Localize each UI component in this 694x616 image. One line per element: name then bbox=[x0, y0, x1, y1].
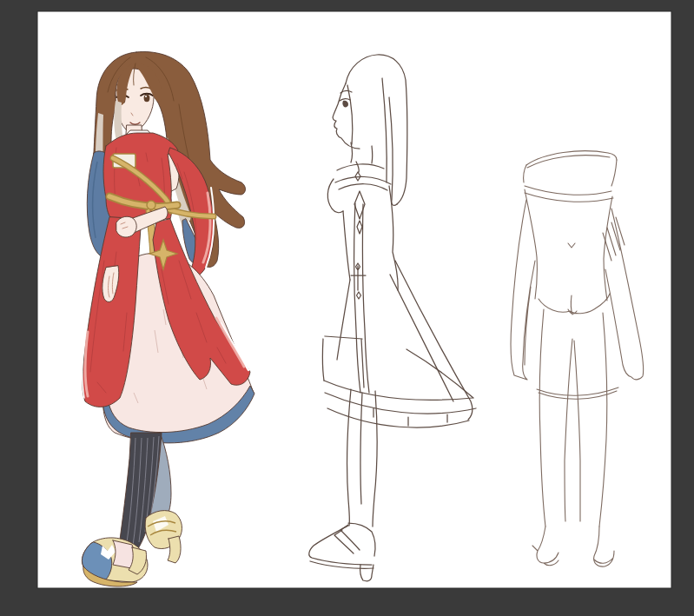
back-shoe-heel bbox=[168, 536, 181, 563]
canvas-pasteboard bbox=[0, 0, 694, 616]
art-viewport bbox=[0, 0, 694, 616]
shoe-strap bbox=[113, 540, 135, 568]
